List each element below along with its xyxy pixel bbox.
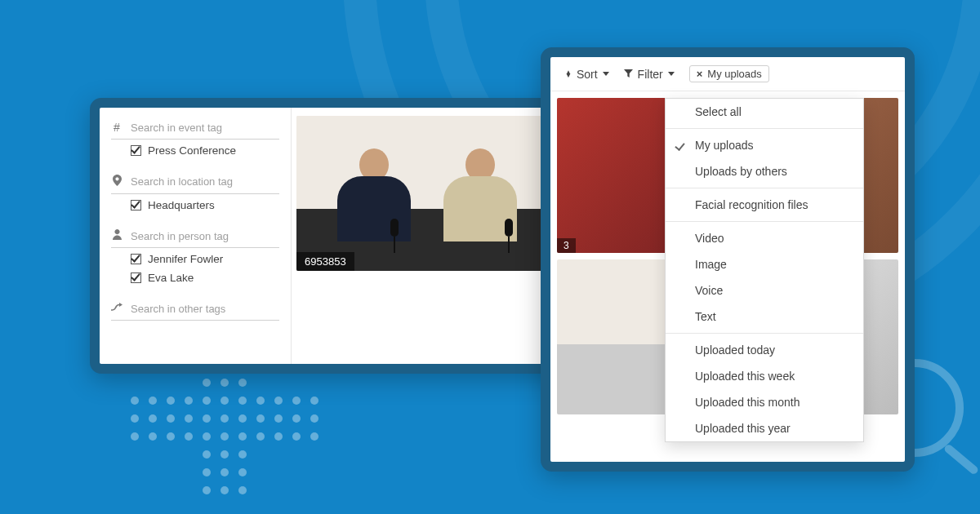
event-tag-item[interactable]: Press Conference [111,140,279,158]
filter-option[interactable]: Uploaded this month [666,389,863,415]
tag-label: Jennifer Fowler [148,253,223,265]
filter-option[interactable]: Uploaded this year [666,415,863,441]
person-tag-search[interactable]: Search in person tag [111,226,279,248]
sort-button[interactable]: ▲▼ Sort [565,68,609,81]
tag-label: Eva Lake [148,272,194,284]
event-placeholder: Search in event tag [131,122,222,134]
caret-down-icon [603,72,609,76]
filter-option[interactable]: Image [666,251,863,277]
person-placeholder: Search in person tag [131,230,229,242]
asset-id-label: 6953853 [296,252,354,271]
search-panel: # Search in event tag Press Conference S… [90,98,588,374]
filter-option[interactable]: Voice [666,277,863,304]
pin-icon [111,175,122,188]
filter-option[interactable]: My uploads [666,132,863,158]
close-icon[interactable]: × [697,68,703,80]
checkbox-checked-icon [131,273,141,283]
other-tag-search[interactable]: Search in other tags [111,299,279,321]
asset-browser: ▲▼ Sort Filter × My uploads 3 Select all… [541,47,915,472]
filter-option[interactable]: Facial recognition files [666,192,863,218]
funnel-icon [624,69,633,78]
tag-search-sidebar: # Search in event tag Press Conference S… [100,108,292,364]
shuffle-icon [111,302,122,315]
chip-label: My uploads [707,68,761,80]
filter-button[interactable]: Filter [624,68,675,81]
filter-option-select-all[interactable]: Select all [666,99,863,125]
tag-label: Headquarters [148,199,215,211]
asset-id-label: 3 [557,238,576,253]
tag-label: Press Conference [148,144,236,157]
filter-option[interactable]: Uploaded this week [666,363,863,389]
filter-dropdown: Select allMy uploadsUploads by othersFac… [665,98,864,442]
toolbar: ▲▼ Sort Filter × My uploads [550,57,905,91]
filter-option[interactable]: Video [666,225,863,251]
checkbox-checked-icon [131,145,141,156]
checkbox-checked-icon [131,254,141,264]
other-placeholder: Search in other tags [131,303,225,315]
person-icon [111,229,122,242]
filter-option[interactable]: Uploads by others [666,158,863,184]
filter-chip[interactable]: × My uploads [689,65,769,82]
sort-icon: ▲▼ [565,71,572,78]
location-tag-search[interactable]: Search in location tag [111,171,279,194]
filter-option[interactable]: Text [666,304,863,330]
location-tag-item[interactable]: Headquarters [111,194,279,213]
location-placeholder: Search in location tag [131,175,233,188]
person-tag-item[interactable]: Eva Lake [111,267,279,286]
asset-preview: 6953853 [292,108,578,364]
person-tag-item[interactable]: Jennifer Fowler [111,248,279,267]
asset-thumbnail[interactable]: 6953853 [296,116,570,271]
caret-down-icon [668,72,675,76]
checkbox-checked-icon [131,200,141,210]
event-tag-search[interactable]: # Search in event tag [111,117,279,140]
filter-option[interactable]: Uploaded today [666,337,863,363]
sort-label: Sort [577,68,598,81]
hash-icon: # [111,121,122,134]
filter-label: Filter [638,68,663,81]
